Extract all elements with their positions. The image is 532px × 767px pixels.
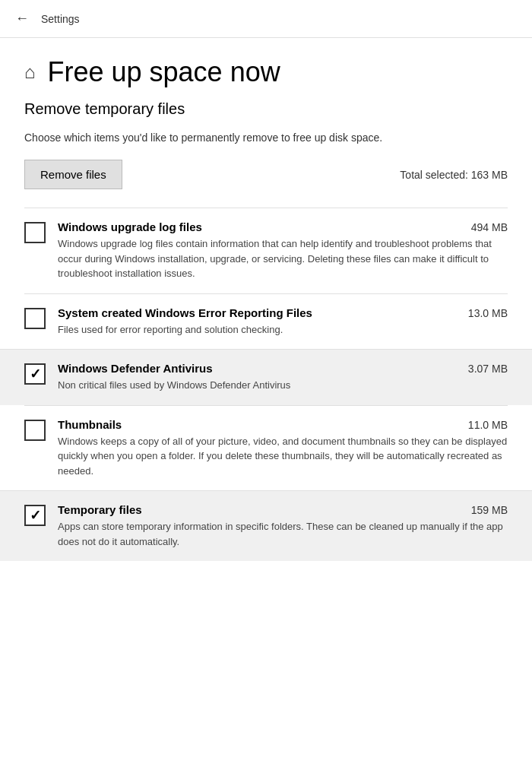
list-item: Temporary files159 MBApps can store temp…: [0, 490, 532, 561]
file-info-2: Windows Defender Antivirus3.07 MBNon cri…: [58, 362, 508, 393]
checkbox-2[interactable]: [24, 363, 46, 385]
total-selected-label: Total selected: 163 MB: [400, 169, 508, 181]
file-name-2: Windows Defender Antivirus: [58, 362, 213, 375]
checkbox-0[interactable]: [24, 222, 46, 243]
list-item: System created Windows Error Reporting F…: [24, 293, 508, 350]
file-size-0: 494 MB: [471, 221, 508, 233]
list-item: Windows Defender Antivirus3.07 MBNon cri…: [0, 349, 532, 405]
file-name-4: Temporary files: [58, 503, 142, 516]
file-name-3: Thumbnails: [58, 418, 122, 431]
file-size-1: 13.0 MB: [468, 307, 508, 319]
top-bar: ← Settings: [0, 0, 532, 38]
page-header: ⌂ Free up space now: [0, 38, 532, 100]
checkbox-3[interactable]: [24, 420, 46, 441]
back-button[interactable]: ←: [15, 11, 29, 27]
section-title: Remove temporary files: [24, 100, 508, 118]
file-desc-2: Non critical files used by Windows Defen…: [58, 378, 508, 393]
page-title: Free up space now: [48, 56, 280, 88]
file-size-2: 3.07 MB: [468, 363, 508, 375]
file-name-1: System created Windows Error Reporting F…: [58, 306, 312, 319]
main-content: Remove temporary files Choose which item…: [0, 100, 532, 561]
file-desc-4: Apps can store temporary information in …: [58, 519, 508, 549]
list-item: Windows upgrade log files494 MBWindows u…: [24, 208, 508, 293]
file-desc-3: Windows keeps a copy of all of your pict…: [58, 434, 508, 479]
file-size-4: 159 MB: [471, 504, 508, 516]
file-desc-0: Windows upgrade log files contain inform…: [58, 236, 508, 281]
list-item: Thumbnails11.0 MBWindows keeps a copy of…: [24, 405, 508, 491]
file-desc-1: Files used for error reporting and solut…: [58, 322, 508, 338]
checkbox-4[interactable]: [24, 505, 46, 526]
description-text: Choose which items you'd like to permane…: [24, 130, 508, 146]
file-info-3: Thumbnails11.0 MBWindows keeps a copy of…: [58, 418, 508, 479]
checkbox-1[interactable]: [24, 308, 46, 329]
action-row: Remove files Total selected: 163 MB: [24, 160, 508, 189]
home-icon: ⌂: [24, 62, 36, 83]
file-info-1: System created Windows Error Reporting F…: [58, 306, 508, 338]
file-info-0: Windows upgrade log files494 MBWindows u…: [58, 220, 508, 281]
file-size-3: 11.0 MB: [468, 419, 508, 431]
file-info-4: Temporary files159 MBApps can store temp…: [58, 503, 508, 549]
file-list: Windows upgrade log files494 MBWindows u…: [24, 208, 508, 561]
file-name-0: Windows upgrade log files: [58, 220, 202, 233]
remove-files-button[interactable]: Remove files: [24, 160, 122, 189]
settings-label: Settings: [41, 13, 80, 25]
